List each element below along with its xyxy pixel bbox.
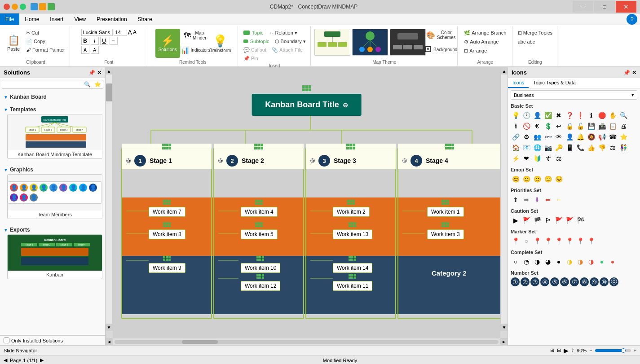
relation-button[interactable]: ↔ Relation ▾ (267, 29, 299, 37)
wi7-box[interactable]: Work item 7 (149, 207, 185, 217)
status-map-icon[interactable]: ⊟ (557, 347, 561, 353)
stage3-collapse-btn[interactable]: ⊖ (310, 158, 315, 163)
icon-undo[interactable]: ↩ (554, 121, 564, 131)
font-shrink-button[interactable]: A (133, 29, 137, 35)
merge-topics-button[interactable]: ⊞ Merge Topics (516, 29, 554, 37)
bold-button[interactable]: B (81, 37, 89, 45)
icon-phone[interactable]: ☎ (608, 132, 618, 142)
team-members-card[interactable]: 👤 👤 👤 👤 👤 👤 👤 👤 👤 👤 👤 (7, 174, 102, 219)
icon-link[interactable]: 🔗 (511, 132, 521, 142)
font-name-input[interactable] (81, 29, 113, 36)
num-5[interactable]: ⑤ (550, 277, 559, 286)
status-play-icon[interactable]: ▶ (564, 347, 569, 354)
indicators-button[interactable]: 📊 Indicators (183, 43, 207, 57)
solutions-panel-scroll[interactable]: ▼ Kanban Board ▼ Templates Kanban Board (0, 91, 105, 335)
caution-flag-blue[interactable]: 🏴 (532, 215, 542, 225)
marker-yellow[interactable]: 📍 (565, 236, 574, 246)
menu-share[interactable]: Share (132, 13, 158, 25)
star-icon[interactable]: ⭐ (93, 80, 103, 88)
scroll-up-button[interactable]: ▲ (106, 67, 112, 75)
pin-panel-icon[interactable]: 📌 (88, 70, 95, 76)
icon-camera[interactable]: 📷 (543, 143, 553, 153)
icon-star[interactable]: ⭐ (618, 132, 628, 142)
status-share-icon[interactable]: ⤴ (571, 348, 574, 353)
only-installed-checkbox[interactable] (4, 338, 9, 343)
wi4-box[interactable]: Work item 4 (241, 207, 278, 217)
brainstorm-button[interactable]: 💡 Brainstorm (210, 29, 230, 58)
font-grow-button[interactable]: A (128, 29, 132, 36)
icon-mobile[interactable]: 📱 (565, 143, 574, 153)
wi1-box[interactable]: Work item 1 (427, 207, 464, 217)
font-color-button[interactable]: A (91, 46, 99, 54)
icon-sword[interactable]: 🗡 (543, 153, 553, 163)
complete-4[interactable]: ● (554, 257, 564, 267)
icon-speaker[interactable]: 📢 (597, 132, 607, 142)
emoji-neutral[interactable]: 😐 (521, 174, 531, 184)
arrange-branch-button[interactable]: 🌿 Arrange Branch (462, 29, 508, 37)
complete-3[interactable]: ◕ (543, 257, 553, 267)
vertical-scroll-right[interactable]: ▲ ▼ (500, 67, 508, 331)
topic-button[interactable]: Topic (242, 29, 265, 37)
icon-balance[interactable]: ⚖ (554, 153, 564, 163)
num-2[interactable]: ② (521, 277, 530, 286)
icon-question[interactable]: ❓ (565, 110, 574, 120)
num-9[interactable]: ⑨ (590, 277, 599, 286)
wi8-box[interactable]: Work item 8 (149, 229, 185, 239)
zoom-in-icon[interactable]: + (634, 348, 636, 353)
icon-shield[interactable]: 🔰 (532, 153, 542, 163)
complete-1[interactable]: ◔ (521, 257, 531, 267)
icons-panel-scroll[interactable]: Basic Set 💡 🕐 👤 ✅ ✖ ❓ ❗ ℹ 🛑 ✋ 🔍 ℹ 🚫 € (508, 101, 640, 345)
zoom-slider[interactable] (595, 349, 631, 352)
icon-key[interactable]: 🔑 (554, 143, 564, 153)
arrange-button[interactable]: ⊞ Arrange (462, 47, 489, 55)
icon-glasses[interactable]: 👓 (543, 132, 553, 142)
wi10-box[interactable]: Work item 10 (241, 263, 280, 273)
hscroll-thumb[interactable] (182, 340, 218, 344)
templates-header[interactable]: ▼ Templates (3, 105, 102, 114)
underline-button[interactable]: U (100, 37, 108, 45)
stage2-collapse-btn[interactable]: ⊖ (218, 158, 223, 163)
minimize-window[interactable]: ─ (573, 1, 593, 13)
subtopic-button[interactable]: Subtopic (242, 37, 271, 45)
tab-topic-types[interactable]: Topic Types & Data (529, 78, 580, 88)
icon-scales[interactable]: ⚖ (608, 143, 618, 153)
marker-red[interactable]: 📍 (554, 236, 564, 246)
icon-clipboard[interactable]: 📋 (608, 121, 618, 131)
wi13-box[interactable]: Work item 13 (333, 229, 372, 239)
marker-black[interactable]: 📍 (511, 236, 521, 246)
complete-2[interactable]: ◑ (532, 257, 542, 267)
icons-dropdown[interactable]: Business ▾ (511, 90, 637, 100)
kanban-template-card[interactable]: Kanban Board Title Stage 1 Stage (7, 114, 102, 159)
vertical-scroll-left[interactable]: ▲ ▼ (106, 67, 113, 331)
theme-preview-2[interactable] (352, 29, 388, 56)
icon-info2[interactable]: ℹ (511, 121, 521, 131)
theme-preview-1[interactable] (314, 29, 350, 56)
icon-phone2[interactable]: 📞 (575, 143, 585, 153)
num-6[interactable]: ⑥ (560, 277, 569, 286)
icon-search[interactable]: 🔍 (618, 110, 628, 120)
strikethrough-button[interactable]: ≡ (110, 37, 118, 45)
icon-check[interactable]: ✅ (543, 110, 553, 120)
zoom-thumb[interactable] (621, 348, 626, 353)
menu-home[interactable]: Home (19, 13, 44, 25)
icon-email[interactable]: 📧 (521, 143, 531, 153)
icon-thumbsdown[interactable]: 👎 (597, 143, 607, 153)
marker-blue[interactable]: 📍 (532, 236, 542, 246)
emoji-expressionless[interactable]: 😑 (543, 174, 553, 184)
close-btn[interactable] (4, 4, 10, 10)
icon-gear[interactable]: ⚙ (521, 132, 531, 142)
graphics-header[interactable]: ▼ Graphics (3, 165, 102, 174)
complete-7[interactable]: ◑ (586, 257, 596, 267)
copy-button[interactable]: 📄 Copy (24, 37, 67, 45)
emoji-sad[interactable]: 🙁 (532, 174, 542, 184)
title-collapse-btn[interactable]: ⊖ (343, 101, 348, 109)
search-icon[interactable]: 🔍 (82, 80, 93, 88)
icon-info[interactable]: ℹ (586, 110, 596, 120)
icon-clock[interactable]: 🕐 (521, 110, 531, 120)
icon-thumbsup[interactable]: 👍 (586, 143, 596, 153)
wi5-box[interactable]: Work item 5 (241, 229, 278, 239)
priority-both[interactable]: ↔ (554, 195, 564, 205)
icon-print[interactable]: 🖨 (618, 121, 628, 131)
font-size-input[interactable] (114, 29, 127, 36)
close-window[interactable]: ✕ (616, 1, 636, 13)
